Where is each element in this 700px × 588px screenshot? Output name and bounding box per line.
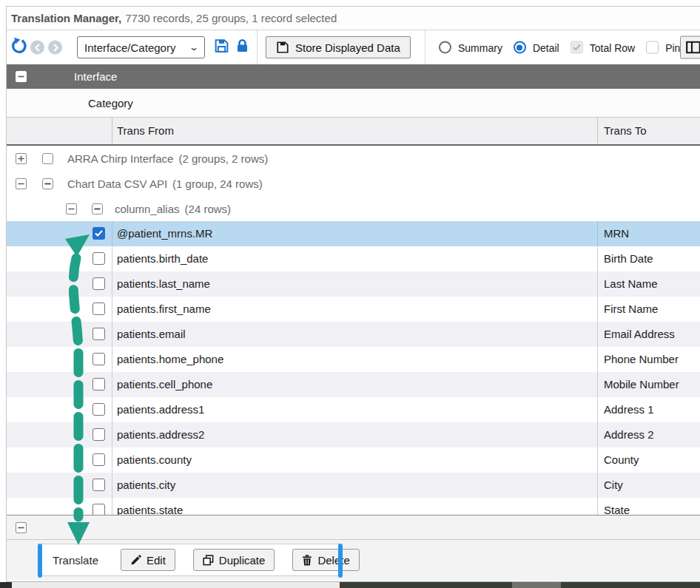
- forward-button[interactable]: [48, 41, 62, 55]
- delete-button[interactable]: Delete: [292, 549, 359, 571]
- collapse-all-toggle[interactable]: [16, 71, 27, 82]
- toolbar-separator-2: [425, 30, 425, 64]
- group-row-column-alias[interactable]: column_alias (24 rows): [7, 196, 700, 221]
- row-checkbox-checked[interactable]: [92, 227, 105, 240]
- table-row[interactable]: patients.county County: [7, 447, 700, 473]
- trans-to-cell: Address 1: [604, 403, 654, 416]
- edit-button-label: Edit: [147, 554, 166, 567]
- group-row-chart-data[interactable]: Chart Data CSV API (1 group, 24 rows): [7, 171, 700, 196]
- group-checkbox-unchecked[interactable]: [42, 153, 53, 164]
- translate-group-label: Translate: [53, 554, 98, 567]
- group-checkbox-indeterminate[interactable]: [92, 203, 103, 214]
- interface-group-band: Interface: [7, 64, 700, 89]
- title-bar: Translation Manager,7730 records, 25 gro…: [7, 7, 700, 30]
- table-row[interactable]: patients.cell_phone Mobile Number: [7, 372, 700, 397]
- row-checkbox[interactable]: [92, 504, 105, 515]
- edit-button[interactable]: Edit: [121, 549, 175, 571]
- row-checkbox[interactable]: [92, 403, 105, 416]
- trans-from-cell: patients.state: [117, 504, 183, 515]
- trans-to-cell: Address 2: [604, 428, 654, 441]
- save-view-button[interactable]: [214, 38, 229, 57]
- table-row[interactable]: patients.address1 Address 1: [7, 397, 700, 422]
- table-row[interactable]: patients.email Email Address: [7, 322, 700, 347]
- trans-to-cell: First Name: [604, 303, 658, 315]
- summary-radio[interactable]: [439, 41, 451, 54]
- total-row-checkbox[interactable]: [571, 41, 583, 54]
- category-band-label: Category: [88, 97, 133, 109]
- row-checkbox[interactable]: [92, 353, 105, 365]
- minus-icon: [94, 206, 101, 212]
- expand-icon[interactable]: [16, 153, 27, 164]
- table-row[interactable]: patients.first_name First Name: [7, 297, 700, 322]
- group-label: column_alias: [115, 203, 180, 215]
- back-button[interactable]: [30, 41, 44, 55]
- group-label: Chart Data CSV API: [67, 178, 167, 190]
- trans-to-cell: City: [604, 479, 623, 491]
- trans-to-cell: State: [604, 504, 630, 515]
- column-header-row: Trans From Trans To: [7, 118, 700, 146]
- trans-from-cell: patients.address2: [117, 428, 204, 441]
- trans-to-cell: Email Address: [604, 328, 675, 340]
- table-row[interactable]: patients.state State: [7, 498, 700, 515]
- minus-icon: [18, 73, 24, 80]
- lock-view-button[interactable]: [235, 38, 249, 56]
- row-checkbox[interactable]: [92, 303, 105, 315]
- row-checkbox[interactable]: [92, 328, 105, 340]
- trans-to-cell: County: [604, 453, 639, 466]
- trans-from-header[interactable]: Trans From: [117, 124, 174, 137]
- trans-to-header[interactable]: Trans To: [604, 124, 647, 137]
- table-row[interactable]: patients.last_name Last Name: [7, 271, 700, 297]
- page: Translation Manager,7730 records, 25 gro…: [0, 0, 700, 588]
- minus-icon: [44, 180, 51, 187]
- trash-icon: [302, 555, 312, 566]
- row-checkbox[interactable]: [92, 378, 105, 391]
- detail-radio-label[interactable]: Detail: [533, 41, 559, 53]
- columns-icon: [686, 41, 700, 54]
- record-count-status: 7730 records, 25 groups, 1 record select…: [125, 12, 337, 24]
- grid-body: ARRA Chirp Interface (2 groups, 2 rows) …: [7, 146, 700, 515]
- panel-collapse-strip: [7, 516, 700, 540]
- duplicate-button[interactable]: Duplicate: [193, 549, 275, 571]
- group-meta: (2 groups, 2 rows): [178, 152, 268, 165]
- trans-to-cell: Birth Date: [604, 252, 653, 265]
- summary-radio-label[interactable]: Summary: [458, 41, 502, 53]
- pin-groups-checkbox[interactable]: [646, 41, 659, 54]
- table-row[interactable]: patients.birth_date Birth Date: [7, 246, 700, 271]
- collapse-icon[interactable]: [66, 203, 77, 214]
- row-checkbox[interactable]: [92, 277, 105, 290]
- category-group-band: Category: [7, 89, 700, 118]
- column-divider: [112, 118, 112, 144]
- delete-button-label: Delete: [317, 554, 349, 567]
- view-dropdown[interactable]: Interface/Category ⌄: [77, 36, 205, 58]
- minus-icon: [68, 206, 75, 212]
- translation-manager-window: Translation Manager,7730 records, 25 gro…: [6, 6, 700, 582]
- duplicate-button-label: Duplicate: [219, 554, 266, 567]
- table-row[interactable]: patients.city City: [7, 473, 700, 498]
- group-row-arra[interactable]: ARRA Chirp Interface (2 groups, 2 rows): [7, 146, 700, 171]
- column-settings-button[interactable]: [680, 36, 700, 59]
- trans-from-cell: patients.city: [117, 479, 175, 491]
- copy-icon: [203, 555, 214, 566]
- panel-collapse-toggle[interactable]: [16, 522, 27, 533]
- refresh-button[interactable]: [10, 37, 28, 58]
- trans-to-cell: Phone Number: [604, 353, 679, 365]
- collapse-icon[interactable]: [16, 178, 27, 189]
- group-label: ARRA Chirp Interface: [67, 152, 173, 165]
- table-row-selected[interactable]: @patient_mrns.MR MRN: [7, 221, 700, 246]
- column-divider: [597, 118, 598, 144]
- translate-action-group: Translate Edit Duplicate: [38, 544, 343, 576]
- desktop-edge-strip: [0, 582, 700, 588]
- table-row[interactable]: patients.home_phone Phone Number: [7, 347, 700, 372]
- total-row-checkbox-label[interactable]: Total Row: [590, 41, 635, 53]
- save-icon: [214, 38, 229, 54]
- group-checkbox-indeterminate[interactable]: [42, 178, 53, 189]
- store-displayed-data-button[interactable]: Store Displayed Data: [266, 36, 411, 58]
- row-checkbox[interactable]: [92, 453, 105, 466]
- row-checkbox[interactable]: [92, 428, 105, 441]
- row-checkbox[interactable]: [92, 479, 105, 491]
- interface-band-label: Interface: [74, 70, 117, 83]
- plus-icon: [18, 155, 24, 162]
- detail-radio[interactable]: [514, 41, 526, 54]
- row-checkbox[interactable]: [92, 252, 105, 265]
- table-row[interactable]: patients.address2 Address 2: [7, 422, 700, 447]
